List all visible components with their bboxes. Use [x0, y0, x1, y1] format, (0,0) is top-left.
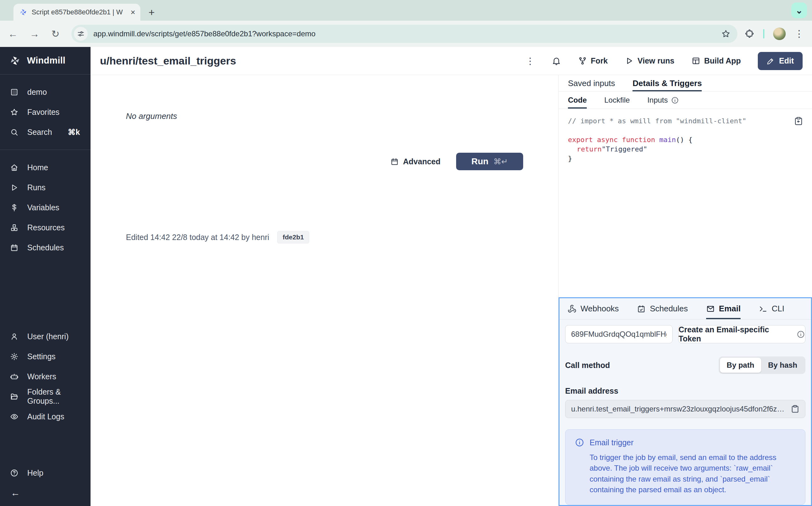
sidebar-item-label: Schedules — [27, 243, 64, 252]
calendar-check-icon — [637, 305, 646, 313]
tab-lockfile[interactable]: Lockfile — [604, 92, 630, 108]
tab-label: Inputs — [647, 96, 668, 104]
tab-schedules[interactable]: Schedules — [637, 298, 688, 319]
details-pane: Saved inputs Details & Triggers Code Loc… — [558, 75, 812, 506]
tab-cli[interactable]: CLI — [759, 298, 784, 319]
tab-saved-inputs[interactable]: Saved inputs — [568, 75, 615, 91]
sidebar-item-settings[interactable]: Settings — [0, 346, 90, 366]
run-label: Run — [471, 157, 488, 166]
site-settings-icon[interactable] — [74, 27, 88, 41]
sidebar-item-label: Search — [27, 128, 52, 137]
sidebar-item-label: Workers — [27, 372, 56, 381]
fork-button[interactable]: Fork — [578, 56, 608, 65]
reload-icon[interactable]: ↻ — [51, 29, 60, 39]
code-string: "Triggered" — [602, 145, 647, 153]
advanced-button[interactable]: Advanced — [390, 157, 441, 166]
webhook-icon — [568, 305, 577, 313]
new-tab-button[interactable]: + — [148, 7, 155, 17]
more-options-icon[interactable]: ⋮ — [526, 56, 535, 66]
tab-inputs[interactable]: Inputs — [647, 92, 679, 108]
email-trigger-body: Create an Email-specific Token Call meth… — [559, 320, 811, 505]
play-icon — [625, 56, 634, 65]
sidebar-item-runs[interactable]: Runs — [0, 177, 90, 197]
tab-search-button[interactable]: ⌄ — [791, 2, 807, 18]
tab-code[interactable]: Code — [568, 92, 587, 108]
notifications-bell-icon[interactable] — [552, 56, 561, 66]
tab-strip: Script e857be88e0fde2b1 | W × + ⌄ — [0, 0, 812, 21]
brand-name: Windmill — [27, 56, 65, 66]
sidebar: Windmill demo Favorites Search ⌘k Home — [0, 47, 90, 506]
sidebar-item-resources[interactable]: Resources — [0, 218, 90, 238]
close-icon[interactable]: × — [131, 8, 135, 16]
tab-label: Code — [568, 96, 587, 104]
sidebar-spacer — [0, 265, 90, 319]
edit-button[interactable]: Edit — [758, 52, 803, 70]
advanced-label: Advanced — [403, 157, 441, 166]
sidebar-item-schedules[interactable]: Schedules — [0, 238, 90, 258]
sidebar-item-audit-logs[interactable]: Audit Logs — [0, 407, 90, 426]
version-badge[interactable]: fde2b1 — [277, 231, 309, 243]
search-shortcut: ⌘k — [68, 128, 80, 137]
create-email-token-button[interactable]: Create an Email-specific Token — [678, 325, 805, 343]
toolbar-divider — [763, 29, 764, 38]
sidebar-item-home[interactable]: Home — [0, 157, 90, 177]
copy-code-icon[interactable] — [794, 116, 803, 126]
sidebar-item-search[interactable]: Search ⌘k — [0, 122, 90, 142]
info-icon — [671, 96, 679, 104]
email-address-field[interactable]: u.henri.test_email_triggers+mrsw23zlouxg… — [565, 400, 805, 418]
create-email-token-label: Create an Email-specific Token — [679, 325, 792, 343]
page-title: u/henri/test_email_triggers — [100, 55, 236, 67]
sidebar-item-label: Settings — [27, 352, 56, 361]
by-hash-option[interactable]: By hash — [761, 358, 804, 373]
triggers-panel: Webhooks Schedules Email CLI — [558, 297, 812, 506]
build-app-button[interactable]: Build App — [691, 56, 741, 65]
sidebar-item-help[interactable]: Help — [0, 463, 90, 483]
bookmark-icon[interactable] — [721, 29, 731, 38]
by-path-option[interactable]: By path — [720, 358, 761, 373]
tab-label: Details & Triggers — [632, 79, 702, 88]
browser-chrome: Script e857be88e0fde2b1 | W × + ⌄ ← → ↻ … — [0, 0, 812, 47]
git-fork-icon — [578, 56, 587, 65]
tab-label: Email — [719, 304, 741, 314]
no-arguments-text: No arguments — [126, 111, 177, 121]
sidebar-item-folders-groups[interactable]: Folders & Groups... — [0, 387, 90, 407]
tab-title: Script e857be88e0fde2b1 | W — [31, 8, 126, 16]
view-runs-button[interactable]: View runs — [625, 56, 674, 65]
sidebar-collapse-button[interactable]: ← — [0, 483, 90, 503]
page-header: u/henri/test_email_triggers ⋮ Fork View … — [90, 47, 812, 75]
avatar[interactable] — [773, 27, 786, 40]
sidebar-item-label: demo — [27, 88, 47, 97]
email-token-input[interactable] — [565, 325, 673, 343]
sidebar-item-favorites[interactable]: Favorites — [0, 102, 90, 122]
sidebar-item-label: Home — [27, 163, 48, 172]
sidebar-item-user[interactable]: User (henri) — [0, 326, 90, 346]
back-icon[interactable]: ← — [8, 29, 18, 39]
sidebar-item-label: Help — [27, 469, 43, 478]
tab-label: Lockfile — [604, 96, 630, 104]
code-comment: // import * as wmill from "windmill-clie… — [568, 117, 747, 125]
code-tabs: Code Lockfile Inputs — [558, 92, 812, 109]
tab-webhooks[interactable]: Webhooks — [568, 298, 619, 319]
browser-menu-icon[interactable]: ⋮ — [795, 29, 804, 38]
email-trigger-infobox: Email trigger To trigger the job by emai… — [565, 429, 805, 505]
browser-tab[interactable]: Script e857be88e0fde2b1 | W × — [13, 4, 140, 21]
terminal-icon — [759, 305, 767, 313]
windmill-logo-icon — [9, 55, 21, 66]
tab-label: CLI — [771, 304, 784, 314]
tab-details-triggers[interactable]: Details & Triggers — [632, 75, 702, 91]
sidebar-item-workers[interactable]: Workers — [0, 366, 90, 387]
tab-email[interactable]: Email — [706, 298, 741, 319]
url-text[interactable]: app.windmill.dev/scripts/get/e857be88e0f… — [93, 29, 721, 38]
sidebar-item-variables[interactable]: Variables — [0, 197, 90, 218]
details-tabs: Saved inputs Details & Triggers — [558, 75, 812, 92]
clipboard-copy-icon[interactable] — [791, 405, 800, 413]
sidebar-item-demo[interactable]: demo — [0, 82, 90, 102]
run-shortcut: ⌘↵ — [493, 157, 508, 166]
info-icon — [575, 438, 584, 447]
code-function-name: main — [659, 136, 676, 144]
forward-icon[interactable]: → — [30, 29, 40, 39]
brand: Windmill — [0, 47, 90, 75]
url-bar[interactable]: app.windmill.dev/scripts/get/e857be88e0f… — [71, 25, 737, 43]
extensions-icon[interactable] — [745, 29, 754, 38]
run-button[interactable]: Run ⌘↵ — [456, 153, 523, 170]
